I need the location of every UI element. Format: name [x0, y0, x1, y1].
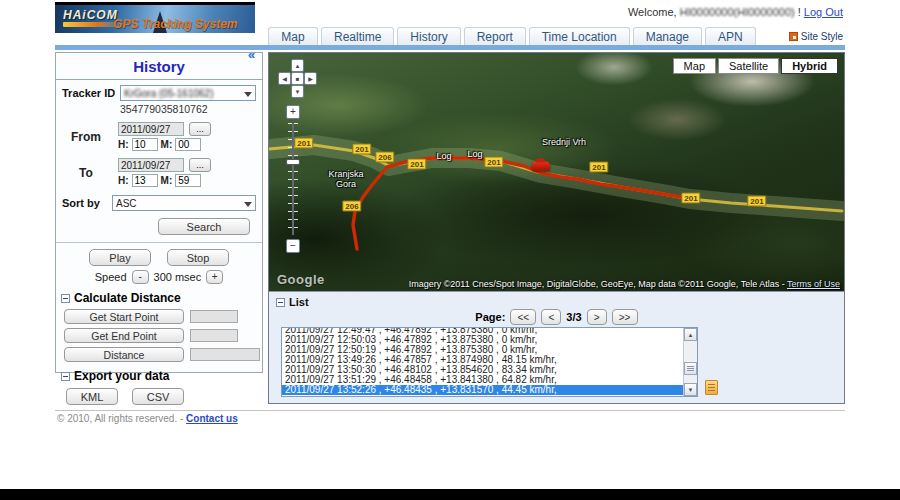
welcome-suffix: ! [795, 6, 804, 18]
tab-report[interactable]: Report [464, 27, 526, 45]
list-panel: List Page: << < 3/3 > >> 2011/09/27 12:4… [269, 291, 844, 403]
play-button[interactable]: Play [89, 249, 151, 266]
last-page-button[interactable]: >> [612, 309, 638, 325]
map-canvas[interactable]: ▲ ◀ ■ ▶ ▼ + − MapSatelliteHybrid [269, 53, 844, 291]
collapse-section-icon[interactable] [61, 294, 70, 303]
stop-button[interactable]: Stop [167, 249, 229, 266]
logout-link[interactable]: Log Out [804, 6, 843, 18]
zoom-in-button[interactable]: + [286, 105, 300, 119]
to-minute-input[interactable] [175, 174, 201, 187]
collapse-section-icon[interactable] [276, 298, 285, 307]
first-page-button[interactable]: << [510, 309, 536, 325]
tab-history[interactable]: History [397, 27, 460, 45]
tab-time-location[interactable]: Time Location [529, 27, 630, 45]
logo-subtitle-text: GPS Tracking System [113, 17, 238, 31]
road-badge: 201 [294, 138, 313, 149]
prev-page-button[interactable]: < [541, 309, 561, 325]
road-badge: 201 [484, 157, 503, 168]
road-badge: 201 [589, 162, 608, 173]
road-badge: 206 [375, 152, 394, 163]
kml-export-button[interactable]: KML [66, 388, 118, 405]
to-label: To [62, 166, 110, 180]
next-page-button[interactable]: > [587, 309, 607, 325]
tracker-id-value: KrGora (05-161062) [124, 88, 214, 99]
road-badge: 201 [352, 144, 371, 155]
speed-increase-button[interactable]: + [206, 270, 223, 284]
haicom-logo: HAiCOM GPS Tracking System [55, 2, 255, 33]
from-date-input[interactable] [118, 122, 184, 136]
pan-up-button[interactable]: ▲ [291, 59, 304, 72]
chevron-down-icon [244, 202, 252, 207]
calculate-distance-title: Calculate Distance [74, 291, 181, 305]
map-and-list-panel: ▲ ◀ ■ ▶ ▼ + − MapSatelliteHybrid [268, 52, 845, 404]
sort-by-value: ASC [116, 198, 137, 209]
get-start-point-button[interactable]: Get Start Point [64, 309, 184, 324]
to-hour-input[interactable] [132, 174, 158, 187]
panel-title: History [56, 53, 262, 80]
zoom-slider-handle[interactable] [286, 159, 300, 165]
speed-decrease-button[interactable]: - [132, 270, 149, 284]
bottom-black-bar [0, 489, 900, 500]
from-hour-input[interactable] [132, 138, 158, 151]
start-point-field[interactable] [190, 310, 238, 323]
town-label: Srednji Vrh [542, 137, 586, 147]
tracker-id-select[interactable]: KrGora (05-161062) [120, 85, 256, 101]
speed-label: Speed [95, 271, 127, 283]
scrollbar-thumb[interactable] [684, 362, 697, 375]
page-label: Page: [475, 311, 505, 323]
list-item[interactable]: 2011/09/27 13:52:26 , +46.48435 , +13.83… [282, 385, 683, 395]
zoom-out-button[interactable]: − [286, 239, 300, 253]
scroll-down-button[interactable]: ▼ [684, 383, 697, 396]
footer-divider [55, 410, 845, 411]
logo-brand-text: HAiCOM [63, 8, 118, 22]
from-date-picker-button[interactable]: ... [189, 122, 211, 136]
export-page-icon[interactable] [705, 380, 718, 395]
to-date-picker-button[interactable]: ... [189, 158, 211, 172]
vehicle-marker[interactable] [532, 162, 550, 171]
google-logo: Google [277, 272, 325, 287]
search-button[interactable]: Search [158, 218, 250, 235]
scroll-up-button[interactable]: ▲ [684, 328, 697, 341]
distance-button[interactable]: Distance [64, 347, 184, 362]
map-zoom-control: + − [286, 105, 300, 253]
chevron-down-icon [244, 92, 252, 97]
list-scrollbar[interactable]: ▲ ▼ [683, 328, 697, 396]
sort-by-select[interactable]: ASC [112, 195, 256, 211]
road-badge: 201 [407, 159, 426, 170]
end-point-field[interactable] [190, 329, 238, 342]
tab-realtime[interactable]: Realtime [321, 27, 394, 45]
to-hour-label: H: [118, 175, 129, 186]
get-end-point-button[interactable]: Get End Point [64, 328, 184, 343]
map-type-map-button[interactable]: Map [673, 58, 716, 74]
csv-export-button[interactable]: CSV [132, 388, 184, 405]
from-minute-input[interactable] [175, 138, 201, 151]
tab-map[interactable]: Map [268, 27, 318, 45]
pagination: Page: << < 3/3 > >> [269, 309, 844, 325]
from-label: From [62, 130, 110, 144]
terms-of-use-link[interactable]: Terms of Use [787, 279, 840, 289]
collapse-sidebar-button[interactable]: « [248, 47, 255, 62]
attribution-text: Imagery ©2011 Cnes/Spot Image, DigitalGl… [409, 279, 787, 289]
tab-manage[interactable]: Manage [633, 27, 702, 45]
gps-log-list: 2011/09/27 12:49:47 , +46.47892 , +13.87… [282, 328, 683, 396]
site-style-control[interactable]: Site Style [789, 31, 843, 42]
pan-down-button[interactable]: ▼ [291, 85, 304, 98]
footer: © 2010, All rights reserved. - Contact u… [57, 413, 238, 424]
pan-center-button[interactable]: ■ [291, 72, 304, 85]
sidebar-divider [56, 242, 262, 243]
pan-right-button[interactable]: ▶ [304, 72, 317, 85]
map-type-hybrid-button[interactable]: Hybrid [781, 58, 838, 74]
pan-left-button[interactable]: ◀ [278, 72, 291, 85]
to-date-input[interactable] [118, 158, 184, 172]
to-minute-label: M: [161, 175, 173, 186]
from-minute-label: M: [161, 139, 173, 150]
tab-apn[interactable]: APN [705, 27, 756, 45]
road-badge: 201 [747, 196, 766, 207]
distance-field[interactable] [190, 348, 260, 361]
header-accent-strip [55, 45, 845, 50]
collapse-section-icon[interactable] [61, 372, 70, 381]
map-type-satellite-button[interactable]: Satellite [718, 58, 779, 74]
export-data-title: Export your data [74, 369, 169, 383]
contact-us-link[interactable]: Contact us [186, 413, 238, 424]
map-attribution: Imagery ©2011 Cnes/Spot Image, DigitalGl… [409, 279, 840, 289]
